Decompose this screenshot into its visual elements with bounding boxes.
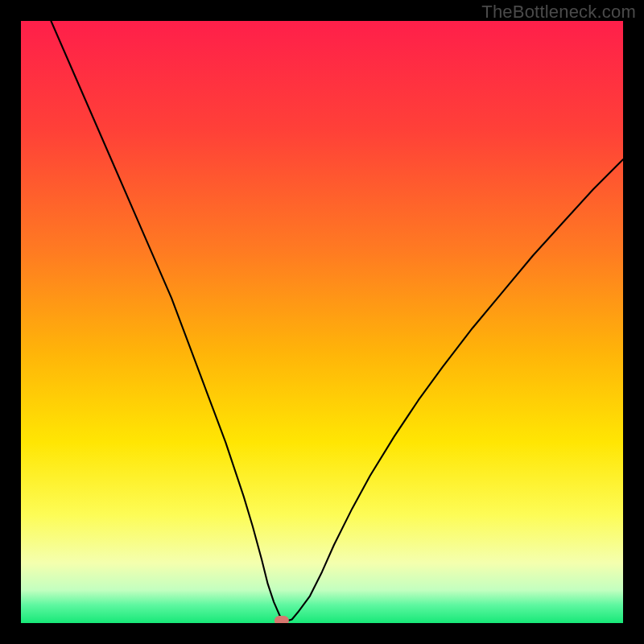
chart-frame: TheBottleneck.com <box>0 0 644 644</box>
watermark-text: TheBottleneck.com <box>481 2 636 23</box>
plot-area <box>21 21 623 623</box>
chart-svg <box>21 21 623 623</box>
minimum-marker <box>275 616 289 623</box>
gradient-background <box>21 21 623 623</box>
